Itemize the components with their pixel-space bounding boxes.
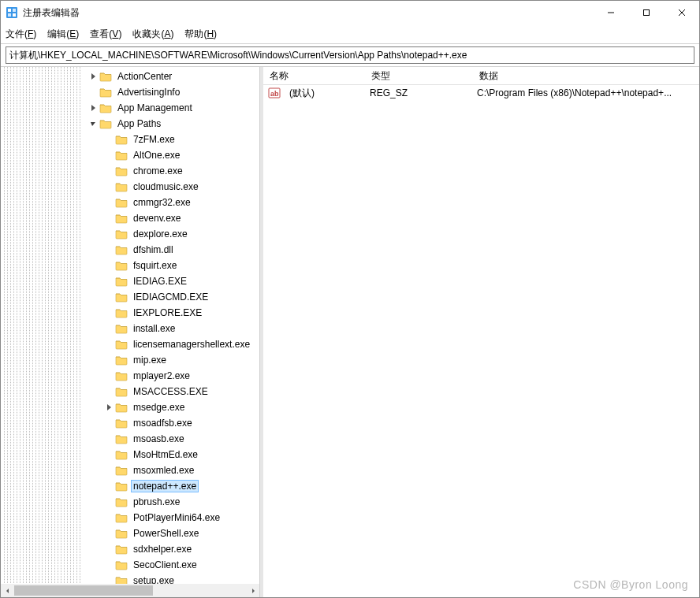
menu-edit[interactable]: 编辑(E): [47, 28, 79, 41]
tree-item-actioncenter[interactable]: ActionCenter: [1, 69, 259, 84]
expander-placeholder: [103, 339, 114, 350]
expander-placeholder: [103, 449, 114, 460]
tree-item-iexplore-exe[interactable]: IEXPLORE.EXE: [1, 305, 259, 321]
maximize-button[interactable]: [628, 1, 664, 24]
scroll-thumb[interactable]: [14, 585, 153, 596]
folder-icon: [115, 481, 128, 492]
tree-scroll[interactable]: ActionCenterAdvertisingInfoApp Managemen…: [1, 67, 259, 584]
scroll-track[interactable]: [14, 584, 246, 597]
tree-item-devenv-exe[interactable]: devenv.exe: [1, 210, 259, 226]
tree-item-cloudmusic-exe[interactable]: cloudmusic.exe: [1, 179, 259, 195]
titlebar[interactable]: 注册表编辑器: [1, 1, 699, 24]
tree-item-iediag-exe[interactable]: IEDIAG.EXE: [1, 273, 259, 289]
tree-item-msoasb-exe[interactable]: msoasb.exe: [1, 431, 259, 447]
expander-placeholder: [103, 465, 114, 476]
tree-item-label: IEDIAGCMD.EXE: [131, 291, 210, 303]
tree-item-label: sdxhelper.exe: [131, 543, 194, 555]
tree-item-msoadfsb-exe[interactable]: msoadfsb.exe: [1, 415, 259, 431]
menu-help[interactable]: 帮助(H): [184, 28, 217, 41]
expander-placeholder: [103, 228, 114, 240]
tree-hscrollbar[interactable]: [1, 584, 259, 597]
tree-item-label: pbrush.exe: [131, 496, 182, 508]
col-header-data[interactable]: 数据: [473, 67, 699, 84]
expander-placeholder: [103, 181, 114, 192]
minimize-button[interactable]: [593, 1, 628, 24]
menu-file[interactable]: 文件(F): [6, 28, 36, 41]
app-icon: [6, 6, 18, 19]
close-button[interactable]: [664, 1, 699, 24]
folder-icon: [115, 228, 128, 240]
window-title: 注册表编辑器: [23, 6, 80, 20]
svg-rect-1: [8, 9, 11, 12]
col-header-type[interactable]: 类型: [365, 67, 473, 84]
tree-item-label: msoadfsb.exe: [131, 417, 195, 429]
tree-item-advertisinginfo[interactable]: AdvertisingInfo: [1, 84, 259, 100]
folder-icon: [115, 386, 128, 397]
expand-icon[interactable]: [88, 102, 99, 113]
tree-item-app-management[interactable]: App Management: [1, 100, 259, 116]
address-bar[interactable]: 计算机\HKEY_LOCAL_MACHINE\SOFTWARE\Microsof…: [6, 46, 694, 64]
tree-item-label: MsoHtmEd.exe: [131, 448, 200, 461]
tree-item-mplayer2-exe[interactable]: mplayer2.exe: [1, 368, 259, 384]
tree-item-msoxmled-exe[interactable]: msoxmled.exe: [1, 462, 259, 478]
tree-item-label: IEXPLORE.EXE: [131, 306, 204, 319]
tree: ActionCenterAdvertisingInfoApp Managemen…: [1, 67, 259, 584]
tree-item-label: AltOne.exe: [131, 149, 182, 162]
tree-item-label: msoxmled.exe: [131, 464, 196, 477]
expander-placeholder: [103, 307, 114, 318]
tree-item-notepad-exe[interactable]: notepad++.exe: [1, 478, 259, 494]
tree-item-7zfm-exe[interactable]: 7zFM.exe: [1, 132, 259, 147]
tree-item-powershell-exe[interactable]: PowerShell.exe: [1, 526, 259, 541]
list-body[interactable]: ab(默认)REG_SZC:\Program Files (x86)\Notep…: [263, 85, 699, 597]
tree-item-label: IEDIAG.EXE: [131, 275, 189, 288]
scroll-right-button[interactable]: [246, 584, 259, 597]
expand-icon[interactable]: [103, 402, 114, 413]
expand-icon[interactable]: [88, 71, 99, 82]
svg-marker-9: [91, 122, 95, 126]
menu-view[interactable]: 查看(V): [90, 28, 121, 41]
tree-item-chrome-exe[interactable]: chrome.exe: [1, 163, 259, 179]
tree-item-msedge-exe[interactable]: msedge.exe: [1, 399, 259, 415]
expander-placeholder: [103, 213, 114, 224]
tree-item-altone-exe[interactable]: AltOne.exe: [1, 147, 259, 163]
collapse-icon[interactable]: [88, 118, 99, 129]
tree-item-fsquirt-exe[interactable]: fsquirt.exe: [1, 258, 259, 273]
menu-favorites[interactable]: 收藏夹(A): [132, 28, 173, 41]
tree-item-licensemanagershellext-exe[interactable]: licensemanagershellext.exe: [1, 336, 259, 352]
col-header-name[interactable]: 名称: [263, 67, 365, 84]
expander-placeholder: [103, 276, 114, 287]
folder-icon: [115, 402, 128, 413]
tree-item-label: ActionCenter: [115, 70, 174, 83]
tree-item-msohtmed-exe[interactable]: MsoHtmEd.exe: [1, 447, 259, 462]
tree-item-label: mip.exe: [131, 354, 169, 366]
tree-item-label: cmmgr32.exe: [131, 196, 193, 209]
svg-marker-11: [252, 589, 255, 593]
tree-item-dexplore-exe[interactable]: dexplore.exe: [1, 226, 259, 242]
expander-placeholder: [88, 87, 99, 98]
folder-icon: [115, 323, 128, 334]
string-value-icon: ab: [268, 87, 281, 99]
scroll-left-button[interactable]: [1, 584, 14, 597]
tree-item-label: notepad++.exe: [131, 480, 199, 492]
tree-item-msaccess-exe[interactable]: MSACCESS.EXE: [1, 384, 259, 399]
tree-item-iediagcmd-exe[interactable]: IEDIAGCMD.EXE: [1, 289, 259, 305]
expander-placeholder: [103, 559, 114, 570]
expander-placeholder: [103, 260, 114, 271]
tree-item-cmmgr32-exe[interactable]: cmmgr32.exe: [1, 195, 259, 210]
tree-item-sdxhelper-exe[interactable]: sdxhelper.exe: [1, 541, 259, 557]
tree-item-app-paths[interactable]: App Paths: [1, 116, 259, 132]
tree-item-pbrush-exe[interactable]: pbrush.exe: [1, 494, 259, 510]
tree-item-setup-exe[interactable]: setup.exe: [1, 573, 259, 584]
tree-item-mip-exe[interactable]: mip.exe: [1, 352, 259, 368]
expander-placeholder: [103, 528, 114, 539]
expander-placeholder: [103, 481, 114, 492]
tree-item-label: devenv.exe: [131, 212, 184, 225]
list-row[interactable]: ab(默认)REG_SZC:\Program Files (x86)\Notep…: [263, 85, 699, 101]
tree-item-dfshim-dll[interactable]: dfshim.dll: [1, 242, 259, 258]
tree-item-label: PotPlayerMini64.exe: [131, 511, 222, 524]
tree-item-secoclient-exe[interactable]: SecoClient.exe: [1, 557, 259, 573]
tree-item-install-exe[interactable]: install.exe: [1, 321, 259, 336]
tree-item-potplayermini64-exe[interactable]: PotPlayerMini64.exe: [1, 510, 259, 526]
tree-pane: ActionCenterAdvertisingInfoApp Managemen…: [1, 67, 260, 597]
expander-placeholder: [103, 512, 114, 523]
